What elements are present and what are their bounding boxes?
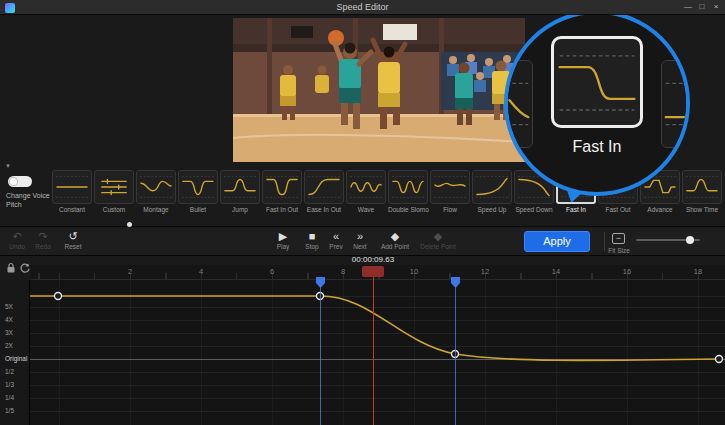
keyframe-line — [455, 277, 456, 425]
fast-in-curve — [560, 67, 635, 99]
preset-thumbnail — [388, 170, 428, 204]
fit-size-label: Fit Size — [602, 247, 636, 254]
stop-icon: ■ — [309, 230, 316, 242]
ruler-number: 2 — [123, 267, 137, 276]
preset-double-slomo[interactable]: Double Slomo — [388, 170, 428, 213]
undo-icon: ↶ — [12, 230, 21, 242]
preset-thumbnail — [94, 170, 134, 204]
preset-ease-in-out[interactable]: Ease In Out — [304, 170, 344, 213]
control-point[interactable] — [716, 356, 723, 363]
delete-point-button[interactable]: ◆ Delete Point — [414, 230, 462, 250]
preview-scene — [233, 18, 525, 162]
close-icon[interactable]: × — [709, 0, 723, 14]
prev-button[interactable]: « Prev — [324, 230, 348, 250]
window-title: Speed Editor — [0, 2, 725, 12]
preset-thumbnail — [682, 170, 722, 204]
magnified-preset-label: Fast In — [508, 138, 686, 156]
preset-bullet[interactable]: Bullet — [178, 170, 218, 213]
next-button[interactable]: » Next — [348, 230, 372, 250]
minimize-icon[interactable]: — — [681, 0, 695, 14]
preset-scroll-indicator[interactable] — [127, 222, 132, 227]
loop-icon[interactable] — [19, 262, 31, 274]
preset-show-time[interactable]: Show Time — [682, 170, 722, 213]
speed-curve-path — [30, 296, 722, 360]
keyframe-line — [320, 277, 321, 425]
ruler-number: 4 — [194, 267, 208, 276]
apply-button[interactable]: Apply — [524, 231, 590, 252]
ruler-number: 10 — [407, 267, 421, 276]
delete-point-icon: ◆ — [434, 230, 442, 242]
preset-thumbnail — [262, 170, 302, 204]
control-point[interactable] — [55, 293, 62, 300]
ruler-number: 14 — [549, 267, 563, 276]
ruler-number: 6 — [265, 267, 279, 276]
preset-thumbnail — [346, 170, 386, 204]
prev-icon: « — [333, 230, 339, 242]
undo-button[interactable]: ↶ Undo — [4, 230, 30, 250]
playhead-handle[interactable] — [362, 266, 384, 277]
neighbor-preset-partial — [661, 60, 690, 148]
playhead-line — [373, 277, 374, 425]
preset-thumbnail — [136, 170, 176, 204]
play-icon: ▶ — [279, 230, 287, 242]
voice-pitch-toggle[interactable] — [8, 176, 32, 187]
zoom-slider[interactable] — [636, 239, 700, 241]
preset-custom[interactable]: Custom — [94, 170, 134, 213]
next-icon: » — [357, 230, 363, 242]
lock-icon[interactable] — [6, 262, 16, 274]
preset-thumbnail — [178, 170, 218, 204]
preset-flow[interactable]: Flow — [430, 170, 470, 213]
speed-curve — [0, 280, 725, 425]
voice-pitch-label: Change Voice Pitch — [6, 191, 58, 209]
stop-button[interactable]: ■ Stop — [298, 230, 326, 250]
divider — [0, 226, 725, 227]
reset-button[interactable]: ↺ Reset — [58, 230, 88, 250]
preset-montage[interactable]: Montage — [136, 170, 176, 213]
redo-button[interactable]: ↷ Redo — [30, 230, 56, 250]
ruler-number: 8 — [336, 267, 350, 276]
preset-fast-in-out[interactable]: Fast In Out — [262, 170, 302, 213]
preset-thumbnail — [220, 170, 260, 204]
ruler-number: 16 — [620, 267, 634, 276]
preset-wave[interactable]: Wave — [346, 170, 386, 213]
collapse-presets-icon[interactable]: ▼ — [5, 163, 11, 169]
ruler-number: 18 — [691, 267, 705, 276]
preset-thumbnail — [52, 170, 92, 204]
reset-icon: ↺ — [68, 230, 77, 242]
preset-thumbnail — [472, 170, 512, 204]
speed-editor-window: Speed Editor — □ × — [0, 0, 725, 425]
video-preview — [233, 18, 525, 162]
zoom-out-icon[interactable]: − — [612, 233, 625, 244]
preset-constant[interactable]: Constant — [52, 170, 92, 213]
add-point-icon: ◆ — [391, 230, 399, 242]
magnifier-callout: Fast In — [504, 10, 690, 196]
preset-thumbnail — [430, 170, 470, 204]
maximize-icon[interactable]: □ — [695, 0, 709, 14]
preset-speed-up[interactable]: Speed Up — [472, 170, 512, 213]
toggle-knob — [9, 177, 18, 186]
toolbar: ↶ Undo ↷ Redo ↺ Reset ▶ Play ■ Stop « Pr… — [0, 228, 725, 256]
play-button[interactable]: ▶ Play — [268, 230, 298, 250]
title-bar: Speed Editor — □ × — [0, 0, 725, 15]
zoom-slider-knob[interactable] — [686, 236, 694, 244]
magnified-preset-thumbnail — [551, 36, 643, 128]
ruler-number: 12 — [478, 267, 492, 276]
add-point-button[interactable]: ◆ Add Point — [376, 230, 414, 250]
redo-icon: ↷ — [38, 230, 47, 242]
preset-jump[interactable]: Jump — [220, 170, 260, 213]
preset-thumbnail — [304, 170, 344, 204]
current-time: 00:00:09.63 — [338, 255, 408, 264]
